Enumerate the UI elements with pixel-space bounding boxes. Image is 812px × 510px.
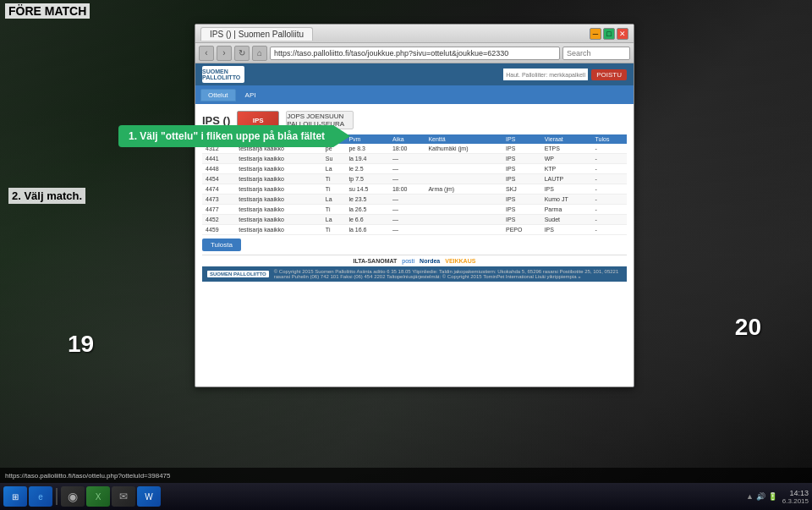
taskbar: ⊞ e ◉ X ✉ W ▲ 🔊 🔋 14:13 6.3.2015 [0,483,812,510]
table-cell: IPS [502,144,541,154]
table-row[interactable]: 4448testisarja kaaikkoLale 2.5—IPSKTP- [202,164,627,174]
table-cell [425,195,502,205]
table-row[interactable]: 4474testisarja kaaikkoTisu 14.518:00Arma… [202,184,627,195]
start-button[interactable]: ⊞ [3,486,27,507]
step1-number: 1. [129,130,137,142]
table-cell: — [389,164,425,174]
col-pvm: Pvm [345,134,389,144]
table-row[interactable]: 4477testisarja kaaikkoTila 26.5—IPSParma… [202,205,627,215]
browser-search[interactable] [562,47,630,60]
back-button[interactable]: ‹ [199,46,214,61]
table-cell: — [389,225,425,235]
home-button[interactable]: ⌂ [252,46,267,61]
table-cell: pe 8.3 [345,144,389,154]
col-tulos: Tulos [592,134,627,144]
table-cell: Su [322,154,346,164]
table-cell: Ti [322,225,346,235]
table-cell: testisarja kaaikko [235,174,322,184]
col-aika: Aika [389,134,425,144]
address-bar[interactable] [270,47,560,60]
table-cell: testisarja kaaikko [235,205,322,215]
table-cell: Ti [322,174,346,184]
forward-button[interactable]: › [217,46,232,61]
website-content: SUOMEN PALLOLIITTO POISTU Ottelut API IP… [195,63,634,387]
taskbar-separator [56,488,58,505]
browser-toolbar: ‹ › ↻ ⌂ [195,43,634,63]
step2-annotation: 2. Välj match. [8,188,85,204]
table-cell: WP [541,154,592,164]
site-nav: Ottelut API [195,85,634,104]
sponsor-veikkaus: VEIKKAUS [445,258,475,264]
battery-icon: 🔋 [768,492,777,501]
table-cell [425,205,502,215]
table-cell [425,174,502,184]
table-cell: 4474 [202,184,235,195]
status-url: https://taso.palloliitto.fi/taso/ottelu.… [5,472,170,480]
table-cell: La [322,164,346,174]
table-cell: 18:00 [389,184,425,195]
table-cell: - [592,225,627,235]
close-button[interactable]: ✕ [617,28,628,40]
table-cell: testisarja kaaikko [235,164,322,174]
site-topbar: SUOMEN PALLOLIITTO POISTU [195,63,634,85]
time-display: 14:13 [782,489,809,497]
site-search-input[interactable] [503,69,588,80]
taskbar-excel[interactable]: X [86,486,110,507]
table-cell: - [592,144,627,154]
table-cell: su 14.5 [345,184,389,195]
window-controls: ─ □ ✕ [590,28,628,40]
topbar-right: POISTU [503,69,627,80]
table-cell [425,215,502,225]
table-cell: SKJ [502,184,541,195]
taskbar-chrome[interactable]: ◉ [61,486,85,507]
poistu-button[interactable]: POISTU [591,69,627,80]
sound-icon: 🔊 [756,492,765,501]
table-cell: testisarja kaaikko [235,225,322,235]
browser-tab[interactable]: IPS () | Suomen Palloliitu [200,27,313,41]
ie-button[interactable]: e [29,486,52,507]
table-cell: IPS [502,174,541,184]
table-row[interactable]: 4459testisarja kaaikkoTila 16.6—PEPOIPS- [202,225,627,235]
minimize-button[interactable]: ─ [590,28,601,40]
table-cell: PEPO [502,225,541,235]
browser-titlebar: IPS () | Suomen Palloliitu ─ □ ✕ [195,25,634,43]
table-cell: 4452 [202,215,235,225]
table-cell: - [592,174,627,184]
table-cell: Ti [322,184,346,195]
maximize-button[interactable]: □ [603,28,615,40]
table-cell: 4473 [202,195,235,205]
sponsor-posti: posti [402,258,414,264]
table-cell: la 16.6 [345,225,389,235]
taskbar-outlook[interactable]: ✉ [112,486,135,507]
table-cell [425,154,502,164]
site-logo: SUOMEN PALLOLIITTO [202,66,244,83]
taskbar-word[interactable]: W [137,486,161,507]
table-row[interactable]: 4473testisarja kaaikkoLale 23.5—IPSKumo … [202,195,627,205]
arrow-annotation-1: 1. Välj "ottelu" i fliken uppe på blåa f… [118,125,350,147]
table-cell: LAUTP [541,174,592,184]
table-cell: testisarja kaaikko [235,215,322,225]
table-cell: le 2.5 [345,164,389,174]
table-cell: 4477 [202,205,235,215]
step1-label: 1. Välj "ottelu" i fliken uppe på blåa f… [118,125,350,147]
table-row[interactable]: 4452testisarja kaaikkoLale 6.6—IPSSudet- [202,215,627,225]
table-cell: La [322,215,346,225]
table-row[interactable]: 4441testisarja kaaikkoSula 19.4—IPSWP- [202,154,627,164]
table-row[interactable]: 4454testisarja kaaikkoTitp 7.5—IPSLAUTP- [202,174,627,184]
sponsor-nordea: Nordea [420,258,440,264]
refresh-button[interactable]: ↻ [234,46,250,61]
table-cell: — [389,174,425,184]
table-cell: 4454 [202,174,235,184]
col-vieraat: Vieraat [541,134,592,144]
browser-window: IPS () | Suomen Palloliitu ─ □ ✕ ‹ › ↻ ⌂… [195,24,634,387]
nav-tab-ottelut[interactable]: Ottelut [200,89,236,101]
footer-section: SUOMEN PALLOLIITTO © Copyright 2015 Suom… [202,266,627,282]
sponsor-ilta: ILTA-SANOMAT [354,258,398,264]
step1-text: Välj "ottelu" i fliken uppe på blåa fält… [140,130,325,142]
nav-tab-api[interactable]: API [238,89,264,101]
table-cell: 18:00 [389,144,425,154]
table-cell: 4441 [202,154,235,164]
table-cell: KTP [541,164,592,174]
table-cell: le 23.5 [345,195,389,205]
tulosta-button[interactable]: Tulosta [202,239,241,251]
